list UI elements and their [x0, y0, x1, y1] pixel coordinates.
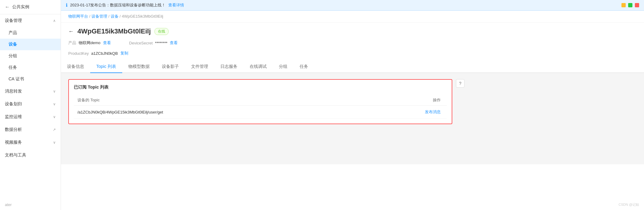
- sidebar-group-label: 视频服务: [5, 140, 22, 145]
- back-to-public-instance[interactable]: ← 公共实例: [0, 0, 61, 14]
- breadcrumb-device-id: 4WpGE15ik3MbGt0lEilj: [122, 14, 163, 19]
- meta-product-key-label: ProductKey: [68, 51, 89, 56]
- topic-table: 设备的 Topic 操作 /a1ZCbJN0kQB/4WpGE15ik3MbGt…: [74, 95, 447, 119]
- tab-task[interactable]: 任务: [294, 61, 314, 73]
- sidebar-item-ca-cert[interactable]: CA 证书: [0, 73, 61, 85]
- sidebar-group-message-forward[interactable]: 消息转发 ∨: [0, 85, 61, 98]
- meta-product-label: 产品: [68, 40, 76, 46]
- topic-section-title: 已订阅 Topic 列表: [74, 85, 447, 90]
- device-meta-row2: ProductKey a1ZCbJN0kQB 复制: [68, 51, 637, 56]
- sidebar-group-monitor[interactable]: 监控运维 ∨: [0, 110, 61, 123]
- sidebar-item-device[interactable]: 设备: [0, 39, 61, 50]
- col-action: 操作: [366, 95, 447, 106]
- back-arrow-icon: ←: [5, 4, 10, 10]
- notif-text: 2023-01-17发布公告：数据压缩和设备诊断功能上线！: [70, 2, 166, 8]
- publish-message-link[interactable]: 发布消息: [425, 110, 441, 114]
- sidebar: ← 公共实例 设备管理 ∧ 产品 设备 分组 任务 CA 证书 消息转发 ∨ 设…: [0, 0, 61, 210]
- device-title-row: ← 4WpGE15ik3MbGt0lEilj 在线: [68, 27, 637, 35]
- tab-log-service[interactable]: 日志服务: [214, 61, 244, 73]
- sidebar-item-product[interactable]: 产品: [0, 27, 61, 39]
- sidebar-device-management-group: 设备管理 ∧ 产品 设备 分组 任务 CA 证书: [0, 14, 61, 85]
- device-meta-row1: 产品 物联网demo 查看 DeviceSecret ******** 查看: [68, 40, 637, 46]
- breadcrumb-device-management[interactable]: 设备管理: [91, 14, 107, 19]
- help-icon[interactable]: ?: [456, 79, 464, 88]
- tab-group[interactable]: 分组: [273, 61, 294, 73]
- breadcrumb-iot-platform[interactable]: 物联网平台: [68, 14, 88, 19]
- external-link-icon: ↗: [53, 128, 56, 132]
- chevron-down-icon: ∨: [53, 115, 56, 119]
- main-content: ℹ 2023-01-17发布公告：数据压缩和设备诊断功能上线！ 查看详情 物联网…: [61, 0, 644, 210]
- chevron-down-icon: ∨: [53, 89, 56, 93]
- sidebar-back-label: 公共实例: [12, 4, 29, 10]
- window-controls: [621, 3, 639, 7]
- tab-topic-list[interactable]: Topic 列表: [90, 61, 122, 73]
- sidebar-item-group[interactable]: 分组: [0, 50, 61, 62]
- topic-section: 已订阅 Topic 列表 设备的 Topic 操作 /a1ZCbJN0kQB/4…: [68, 79, 452, 124]
- sidebar-group-label: 消息转发: [5, 89, 22, 94]
- breadcrumb-device[interactable]: 设备: [111, 14, 119, 19]
- meta-device-secret: DeviceSecret ******** 查看: [129, 40, 178, 46]
- device-header: ← 4WpGE15ik3MbGt0lEilj 在线 产品 物联网demo 查看 …: [61, 23, 644, 56]
- tab-device-info[interactable]: 设备信息: [61, 61, 90, 73]
- minimize-button[interactable]: [621, 3, 626, 7]
- info-icon: ℹ: [66, 2, 68, 8]
- sidebar-bottom-text: ater: [0, 199, 61, 210]
- sidebar-group-label: 数据分析: [5, 127, 22, 132]
- meta-product-key: ProductKey a1ZCbJN0kQB 复制: [68, 51, 128, 56]
- col-topic: 设备的 Topic: [74, 95, 366, 106]
- notification-bar: ℹ 2023-01-17发布公告：数据压缩和设备诊断功能上线！ 查看详情: [61, 0, 644, 11]
- tab-thing-model-data[interactable]: 物模型数据: [122, 61, 156, 73]
- meta-product-key-value: a1ZCbJN0kQB: [91, 51, 118, 56]
- sidebar-group-video-service[interactable]: 视频服务 ∨: [0, 136, 61, 149]
- table-row: /a1ZCbJN0kQB/4WpGE15ik3MbGt0lEilj/user/g…: [74, 106, 447, 119]
- tab-file-management[interactable]: 文件管理: [185, 61, 214, 73]
- sidebar-item-task[interactable]: 任务: [0, 62, 61, 73]
- sidebar-group-label: 设备管理: [5, 18, 22, 23]
- chevron-down-icon: ∨: [53, 102, 56, 106]
- breadcrumb: 物联网平台 / 设备管理 / 设备 / 4WpGE15ik3MbGt0lEilj: [61, 11, 644, 23]
- csdn-watermark: CSDN @记贴: [619, 202, 639, 207]
- meta-device-secret-value: ********: [155, 41, 167, 45]
- close-button[interactable]: [635, 3, 639, 7]
- topic-action-cell: 发布消息: [366, 106, 447, 119]
- sidebar-group-data-analysis[interactable]: 数据分析 ↗: [0, 123, 61, 136]
- notif-detail-link[interactable]: 查看详情: [168, 2, 184, 8]
- sidebar-group-label: 文档与工具: [5, 152, 26, 158]
- meta-product-value: 物联网demo: [79, 40, 101, 46]
- tab-device-shadow[interactable]: 设备影子: [156, 61, 185, 73]
- tab-content-topic: 已订阅 Topic 列表 设备的 Topic 操作 /a1ZCbJN0kQB/4…: [61, 73, 644, 164]
- chevron-down-icon: ∨: [53, 140, 56, 145]
- maximize-button[interactable]: [628, 3, 632, 7]
- meta-device-secret-view-link[interactable]: 查看: [170, 40, 178, 46]
- sidebar-group-device-assign[interactable]: 设备划归 ∨: [0, 98, 61, 110]
- meta-device-secret-label: DeviceSecret: [129, 41, 153, 45]
- sidebar-group-label: 设备划归: [5, 101, 22, 107]
- device-back-arrow[interactable]: ←: [68, 28, 74, 35]
- tab-online-debug[interactable]: 在线调试: [244, 61, 273, 73]
- device-status-badge: 在线: [155, 28, 169, 35]
- meta-product-view-link[interactable]: 查看: [103, 40, 111, 46]
- page-content: ← 4WpGE15ik3MbGt0lEilj 在线 产品 物联网demo 查看 …: [61, 23, 644, 210]
- device-title: 4WpGE15ik3MbGt0lEilj: [77, 27, 151, 35]
- sidebar-group-docs-tools[interactable]: 文档与工具: [0, 149, 61, 162]
- topic-value: /a1ZCbJN0kQB/4WpGE15ik3MbGt0lEilj/user/g…: [74, 106, 366, 119]
- sidebar-group-device-management[interactable]: 设备管理 ∧: [0, 14, 61, 27]
- tabs-bar: 设备信息 Topic 列表 物模型数据 设备影子 文件管理 日志服务 在线调试 …: [61, 61, 644, 73]
- chevron-up-icon: ∧: [53, 19, 56, 23]
- sidebar-group-label: 监控运维: [5, 114, 22, 120]
- meta-product: 产品 物联网demo 查看: [68, 40, 111, 46]
- meta-product-key-copy-link[interactable]: 复制: [120, 51, 128, 56]
